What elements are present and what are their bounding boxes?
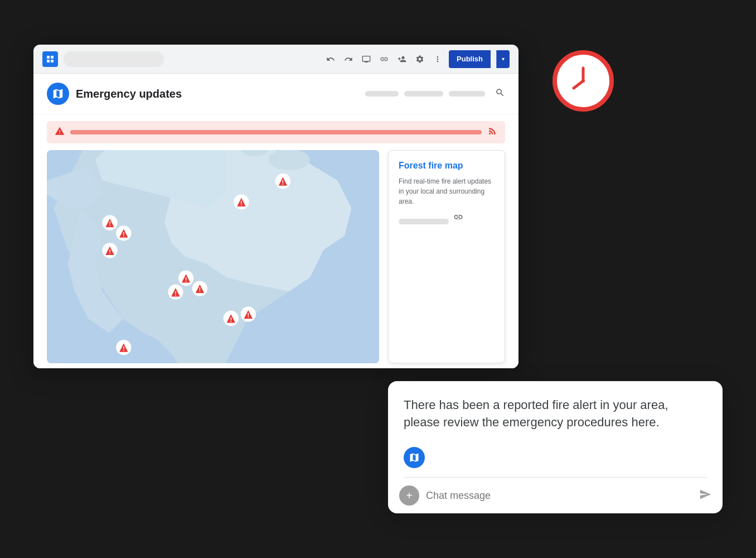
svg-line-2 [574, 81, 583, 88]
svg-text:!: ! [123, 345, 125, 352]
fire-marker-11: ! [116, 340, 131, 355]
fire-marker-8: ! [168, 285, 183, 300]
redo-icon[interactable] [343, 54, 354, 65]
chat-send-button[interactable] [699, 488, 711, 503]
main-content: ! ! ! [33, 150, 518, 368]
scene: Publish ▾ Emergency updates [0, 0, 756, 558]
svg-text:!: ! [185, 276, 187, 283]
fire-marker-7: ! [192, 281, 207, 296]
chat-add-button[interactable]: + [399, 485, 419, 506]
svg-point-9 [268, 150, 310, 170]
svg-rect-5 [51, 56, 54, 59]
svg-text:!: ! [247, 312, 249, 319]
nav-item-2 [404, 91, 443, 97]
chevron-down-icon: ▾ [502, 56, 505, 62]
map-area: ! ! ! [47, 150, 379, 363]
svg-point-3 [581, 79, 585, 83]
svg-text:!: ! [230, 316, 232, 323]
svg-rect-6 [47, 60, 50, 62]
settings-icon[interactable] [414, 54, 425, 65]
browser-window: Publish ▾ Emergency updates [33, 45, 518, 368]
alert-bar [47, 121, 505, 143]
fire-marker-5: ! [102, 243, 117, 258]
avatar-map-icon [409, 452, 420, 463]
publish-dropdown-button[interactable]: ▾ [496, 50, 510, 68]
undo-icon[interactable] [325, 54, 336, 65]
plus-icon: + [406, 489, 413, 502]
rss-icon [487, 126, 497, 138]
browser-toolbar: Publish ▾ [33, 45, 518, 74]
map-icon [52, 88, 64, 100]
svg-text:!: ! [123, 231, 125, 238]
fire-marker-3: ! [102, 215, 117, 230]
browser-content: Emergency updates [33, 74, 518, 368]
fire-marker-4: ! [116, 225, 131, 240]
chat-avatar-row [388, 442, 723, 477]
site-logo-icon [47, 83, 69, 105]
clock-icon [564, 61, 603, 100]
more-icon[interactable] [432, 54, 443, 65]
svg-rect-4 [47, 56, 50, 59]
svg-text:!: ! [109, 248, 111, 255]
fire-marker-9: ! [224, 311, 239, 326]
publish-button[interactable]: Publish [449, 50, 491, 68]
browser-logo [42, 51, 58, 67]
svg-text:!: ! [240, 200, 243, 206]
svg-text:!: ! [199, 286, 201, 293]
monitor-icon[interactable] [361, 54, 372, 65]
card-description: Find real-time fire alert updates in you… [399, 176, 495, 206]
fire-marker-2: ! [234, 194, 249, 209]
fire-marker-10: ! [241, 306, 256, 321]
alert-bar-content [70, 130, 482, 134]
card-title: Forest fire map [399, 161, 495, 171]
svg-text:!: ! [282, 179, 284, 186]
warning-icon [55, 126, 65, 138]
site-icon [46, 55, 55, 64]
clock-badge [553, 50, 614, 112]
info-card: Forest fire map Find real-time fire aler… [388, 150, 505, 363]
url-bar [64, 51, 164, 67]
map-svg: ! ! ! [47, 150, 379, 363]
svg-text:!: ! [109, 220, 111, 227]
card-link-row [399, 212, 495, 224]
toolbar-icons [325, 54, 443, 65]
svg-rect-7 [51, 60, 54, 62]
svg-text:!: ! [175, 290, 177, 297]
card-link-bar [399, 219, 449, 224]
fire-marker-6: ! [178, 271, 193, 286]
send-icon [699, 488, 711, 501]
nav-item-3 [449, 91, 485, 97]
chat-input-row: + [388, 478, 723, 513]
site-header: Emergency updates [33, 74, 518, 114]
site-nav [365, 88, 505, 100]
add-person-icon[interactable] [396, 54, 408, 65]
link-icon[interactable] [379, 54, 390, 65]
chat-input[interactable] [426, 490, 692, 502]
chat-message-text: There has been a reported fire alert in … [404, 397, 707, 431]
chat-message-area: There has been a reported fire alert in … [388, 381, 723, 442]
card-link-icon[interactable] [453, 212, 463, 224]
nav-item-1 [365, 91, 399, 97]
fire-marker-1: ! [275, 174, 290, 189]
search-icon[interactable] [495, 88, 505, 100]
site-title: Emergency updates [76, 88, 358, 100]
chat-avatar [404, 447, 425, 468]
chat-panel: There has been a reported fire alert in … [388, 381, 723, 513]
